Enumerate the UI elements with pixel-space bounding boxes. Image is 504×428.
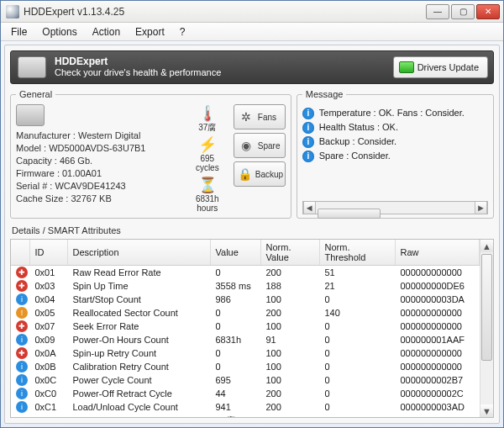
info-icon: i <box>302 151 314 162</box>
cell-desc: Spin Up Time <box>67 279 210 293</box>
cell-nv: 91 <box>260 333 319 346</box>
smart-table-wrap: ID Description Value Norm. Value Norm. T… <box>10 239 494 418</box>
chip-icon <box>399 61 414 73</box>
row-status-icon: ✚ <box>16 280 28 292</box>
cell-raw: 000000000000 <box>395 320 480 333</box>
table-row[interactable]: i0xC1Load/Unload Cycle Count941200000000… <box>11 400 480 414</box>
cell-desc: Power Cycle Count <box>67 373 210 387</box>
cell-id: 0x0A <box>29 346 67 360</box>
cell-nv: 106 <box>260 414 319 418</box>
info-cache: Cache Size : 32767 KB <box>16 193 181 205</box>
cell-nv: 100 <box>260 346 319 360</box>
cell-value: 37腐 <box>210 414 260 418</box>
hours-value: 6831hhours <box>196 194 219 213</box>
menu-file[interactable]: File <box>4 24 34 40</box>
spare-label: Spare <box>258 141 281 151</box>
scroll-right-icon[interactable]: ► <box>475 202 487 214</box>
cycles-value: 695cycles <box>196 154 219 172</box>
cell-raw: 00000000002C <box>395 387 480 400</box>
backup-icon: 🔒 <box>238 166 252 182</box>
close-button[interactable]: ✕ <box>476 4 500 19</box>
message-hscrollbar[interactable]: ◄ ► <box>302 201 488 214</box>
app-window: HDDExpert v1.13.4.25 — ▢ ✕ File Options … <box>0 0 504 428</box>
cell-raw: 0000000003DA <box>395 293 480 306</box>
drivers-update-button[interactable]: Drivers Update <box>393 56 488 78</box>
table-row[interactable]: ✚0x07Seek Error Rate01000000000000000 <box>11 320 480 333</box>
titlebar[interactable]: HDDExpert v1.13.4.25 — ▢ ✕ <box>1 1 503 23</box>
spare-button[interactable]: ◉ Spare <box>234 133 286 158</box>
cell-nt: 0 <box>319 373 395 387</box>
scroll-down-icon[interactable]: ▼ <box>480 404 493 417</box>
fans-button[interactable]: ✲ Fans <box>234 104 286 129</box>
cell-desc: Reallocated Sector Count <box>67 306 210 320</box>
col-icon[interactable] <box>11 240 29 266</box>
cell-value: 941 <box>210 400 260 414</box>
cell-raw: 000000000DE6 <box>395 279 480 293</box>
table-row[interactable]: i0x04Start/Stop Count98610000000000003DA <box>11 293 480 306</box>
vscroll-thumb[interactable] <box>481 254 492 361</box>
table-row[interactable]: ✚0x0ASpin-up Retry Count0100000000000000… <box>11 346 480 360</box>
table-row[interactable]: i0x0BCalibration Retry Count010000000000… <box>11 360 480 373</box>
drivers-update-label: Drivers Update <box>417 62 479 72</box>
menu-options[interactable]: Options <box>35 24 83 40</box>
cell-nv: 200 <box>260 387 319 400</box>
table-row[interactable]: ✚0x03Spin Up Time3558 ms18821000000000DE… <box>11 279 480 293</box>
drive-icon <box>16 104 45 126</box>
table-row[interactable]: i0x09Power-On Hours Count6831h9100000000… <box>11 333 480 346</box>
client-area: HDDExpert Check your drive's health & pe… <box>4 45 500 424</box>
cell-nt: 51 <box>319 266 395 280</box>
info-manufacturer: Manufacturer : Western Digital <box>16 129 181 142</box>
table-header-row: ID Description Value Norm. Value Norm. T… <box>11 240 480 266</box>
menu-help[interactable]: ? <box>173 24 192 40</box>
cell-value: 986 <box>210 293 260 306</box>
table-row[interactable]: !0x05Reallocated Sector Count02001400000… <box>11 306 480 320</box>
menu-export[interactable]: Export <box>129 24 171 40</box>
window-title: HDDExpert v1.13.4.25 <box>24 6 426 18</box>
backup-button[interactable]: 🔒 Backup <box>234 161 286 187</box>
table-row[interactable]: i0x0CPower Cycle Count69510000000000002B… <box>11 373 480 387</box>
general-legend: General <box>16 89 55 99</box>
table-row[interactable]: 🌡0xC2HDD Temperature37腐1060000000000025 <box>11 414 480 418</box>
cell-nv: 100 <box>260 373 319 387</box>
cell-id: 0x0B <box>29 360 67 373</box>
cycles-icon: ⚡ <box>198 135 217 154</box>
backup-label: Backup <box>255 170 283 179</box>
row-status-icon: i <box>16 293 28 305</box>
cell-raw: 000000000000 <box>395 306 480 320</box>
table-row[interactable]: ✚0x01Raw Read Error Rate0200510000000000… <box>11 266 480 280</box>
minimize-button[interactable]: — <box>426 4 449 19</box>
table-row[interactable]: i0xC0Power-Off Retract Cycle442000000000… <box>11 387 480 400</box>
message-text: Backup : Consider. <box>319 135 396 149</box>
cell-value: 44 <box>210 387 260 400</box>
info-icon: i <box>302 136 314 148</box>
scroll-left-icon[interactable]: ◄ <box>303 202 316 214</box>
info-icon: i <box>302 108 314 119</box>
maximize-button[interactable]: ▢ <box>451 4 475 19</box>
cell-id: 0x09 <box>29 333 67 346</box>
col-desc[interactable]: Description <box>67 240 210 266</box>
message-group: Message iTemperature : OK. Fans : Consid… <box>297 89 494 219</box>
col-norm-value[interactable]: Norm. Value <box>260 240 319 266</box>
table-vscrollbar[interactable]: ▲ ▼ <box>480 240 493 417</box>
col-value[interactable]: Value <box>210 240 260 266</box>
cell-value: 0 <box>210 306 260 320</box>
cell-raw: 000000000025 <box>395 414 480 418</box>
cell-nt: 0 <box>319 387 395 400</box>
spare-icon: ◉ <box>238 137 255 154</box>
cell-nv: 200 <box>260 306 319 320</box>
drive-info: Manufacturer : Western Digital Model : W… <box>16 104 181 213</box>
info-firmware: Firmware : 01.00A01 <box>16 167 181 180</box>
general-group: General Manufacturer : Western Digital M… <box>10 89 291 219</box>
row-status-icon: ! <box>16 307 28 319</box>
scroll-thumb[interactable] <box>318 209 381 219</box>
menu-action[interactable]: Action <box>86 24 127 40</box>
cell-nv: 188 <box>260 279 319 293</box>
col-norm-thresh[interactable]: Norm. Threshold <box>319 240 395 266</box>
cell-value: 0 <box>210 346 260 360</box>
scroll-up-icon[interactable]: ▲ <box>480 240 493 252</box>
cell-raw: 000000000000 <box>395 266 480 280</box>
col-id[interactable]: ID <box>29 240 67 266</box>
row-status-icon: 🌡 <box>16 415 28 419</box>
cell-nt: 0 <box>319 293 395 306</box>
col-raw[interactable]: Raw <box>395 240 480 266</box>
